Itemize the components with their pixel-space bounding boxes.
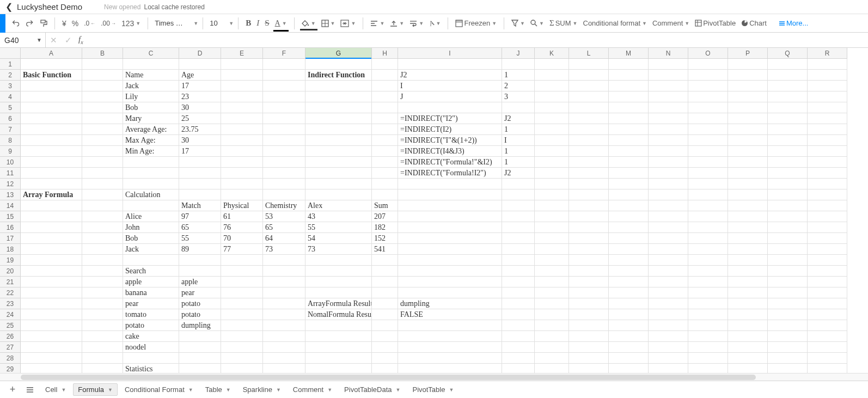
cell[interactable] bbox=[82, 309, 123, 320]
cell[interactable] bbox=[768, 287, 808, 298]
cell[interactable] bbox=[609, 277, 649, 287]
cell[interactable] bbox=[768, 342, 808, 353]
cell[interactable]: J2 bbox=[398, 70, 502, 81]
cell[interactable] bbox=[372, 146, 398, 157]
cell[interactable] bbox=[305, 277, 372, 287]
cell[interactable]: Match bbox=[179, 200, 221, 211]
cell[interactable] bbox=[263, 81, 305, 91]
cell[interactable] bbox=[768, 233, 808, 244]
cell[interactable] bbox=[768, 298, 808, 309]
row-header[interactable]: 7 bbox=[0, 124, 21, 135]
cell[interactable]: I bbox=[398, 81, 502, 91]
cell[interactable] bbox=[768, 200, 808, 211]
cell[interactable] bbox=[398, 266, 502, 277]
cell[interactable] bbox=[768, 135, 808, 146]
cell[interactable] bbox=[372, 59, 398, 70]
sheet-tab[interactable]: Conditional Format▼ bbox=[120, 383, 198, 396]
cell[interactable] bbox=[768, 102, 808, 113]
cell[interactable]: 17 bbox=[179, 81, 221, 91]
cell[interactable] bbox=[221, 135, 263, 146]
cell[interactable] bbox=[372, 331, 398, 342]
row-header[interactable]: 10 bbox=[0, 157, 21, 168]
cell[interactable] bbox=[221, 70, 263, 81]
cell[interactable] bbox=[569, 342, 609, 353]
cell[interactable] bbox=[372, 102, 398, 113]
freeze-button[interactable]: Freezen▼ bbox=[453, 17, 499, 29]
cell[interactable] bbox=[535, 200, 569, 211]
cell[interactable] bbox=[82, 277, 123, 287]
cell[interactable] bbox=[768, 309, 808, 320]
cell[interactable] bbox=[808, 222, 847, 233]
column-header[interactable]: N bbox=[649, 48, 688, 59]
cell[interactable]: Age bbox=[179, 70, 221, 81]
cell[interactable]: 1 bbox=[502, 157, 535, 168]
cell[interactable] bbox=[21, 277, 82, 287]
cell[interactable] bbox=[808, 266, 847, 277]
cell[interactable] bbox=[768, 146, 808, 157]
cell[interactable] bbox=[372, 179, 398, 189]
cell[interactable] bbox=[535, 298, 569, 309]
row-header[interactable]: 28 bbox=[0, 353, 21, 364]
cell[interactable] bbox=[179, 353, 221, 364]
cell[interactable] bbox=[21, 200, 82, 211]
cell[interactable]: banana bbox=[123, 287, 179, 298]
cell[interactable] bbox=[263, 70, 305, 81]
cell[interactable] bbox=[263, 135, 305, 146]
cell[interactable] bbox=[502, 211, 535, 222]
cell[interactable] bbox=[688, 102, 728, 113]
row-header[interactable]: 13 bbox=[0, 189, 21, 200]
cell[interactable]: J bbox=[398, 91, 502, 102]
cell[interactable] bbox=[305, 91, 372, 102]
sheet-tab[interactable]: Cell▼ bbox=[40, 383, 71, 396]
row-header[interactable]: 22 bbox=[0, 287, 21, 298]
cell[interactable] bbox=[123, 59, 179, 70]
fx-cancel-button[interactable]: ✕ bbox=[46, 35, 62, 45]
cell[interactable] bbox=[768, 124, 808, 135]
cell[interactable] bbox=[768, 81, 808, 91]
cell[interactable] bbox=[398, 277, 502, 287]
pivot-table-button[interactable]: PivotTable bbox=[692, 17, 738, 29]
cell[interactable] bbox=[649, 168, 688, 179]
cell[interactable]: J2 bbox=[502, 168, 535, 179]
cell[interactable]: 76 bbox=[221, 222, 263, 233]
cell[interactable] bbox=[82, 189, 123, 200]
increase-decimal-button[interactable]: .00→ bbox=[98, 17, 119, 29]
cell[interactable]: Calculation bbox=[123, 189, 179, 200]
cell[interactable] bbox=[502, 320, 535, 331]
cell[interactable]: 70 bbox=[221, 233, 263, 244]
cell[interactable] bbox=[768, 277, 808, 287]
back-icon[interactable]: ❮ bbox=[5, 2, 13, 12]
cell[interactable] bbox=[535, 309, 569, 320]
cell[interactable] bbox=[609, 59, 649, 70]
cell[interactable] bbox=[372, 91, 398, 102]
cell[interactable] bbox=[609, 157, 649, 168]
cell[interactable] bbox=[768, 157, 808, 168]
cell[interactable] bbox=[569, 124, 609, 135]
cell[interactable] bbox=[398, 244, 502, 255]
cell[interactable] bbox=[21, 157, 82, 168]
conditional-format-button[interactable]: Conditional format▼ bbox=[580, 17, 650, 29]
cell[interactable]: 1 bbox=[502, 146, 535, 157]
cell[interactable] bbox=[609, 179, 649, 189]
cell[interactable] bbox=[768, 364, 808, 373]
cell[interactable] bbox=[372, 298, 398, 309]
cell[interactable] bbox=[688, 331, 728, 342]
cell[interactable] bbox=[21, 287, 82, 298]
column-header[interactable]: H bbox=[372, 48, 398, 59]
cell[interactable] bbox=[728, 189, 768, 200]
cell[interactable] bbox=[609, 244, 649, 255]
cell[interactable] bbox=[649, 157, 688, 168]
cell[interactable] bbox=[808, 287, 847, 298]
cell[interactable] bbox=[808, 124, 847, 135]
cell[interactable] bbox=[372, 255, 398, 266]
row-header[interactable]: 14 bbox=[0, 200, 21, 211]
cell[interactable] bbox=[398, 331, 502, 342]
cell[interactable] bbox=[263, 331, 305, 342]
cell[interactable]: FALSE bbox=[398, 309, 502, 320]
row-header[interactable]: 11 bbox=[0, 168, 21, 179]
cell[interactable] bbox=[179, 255, 221, 266]
cell[interactable] bbox=[372, 81, 398, 91]
sum-function-button[interactable]: ΣSUM▼ bbox=[547, 16, 580, 30]
cell[interactable] bbox=[398, 222, 502, 233]
cell[interactable]: Mary bbox=[123, 113, 179, 124]
